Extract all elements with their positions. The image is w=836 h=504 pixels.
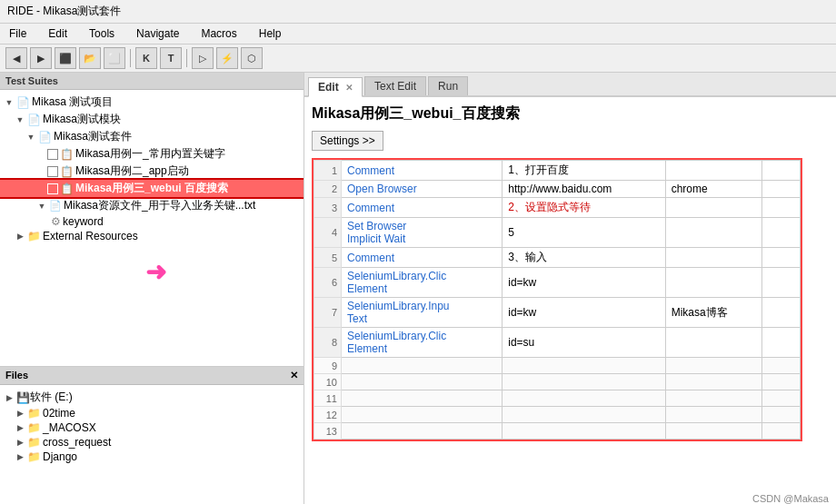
tab-run[interactable]: Run <box>428 76 468 95</box>
tree-item-module[interactable]: ▼ 📄 Mikasa测试模块 <box>0 111 304 128</box>
files-tree: ▶ 💾 软件 (E:) ▶ 📁 02time ▶ 📁 _MACOSX <box>0 385 304 504</box>
resource-icon: 📄 <box>49 200 62 212</box>
menu-bar: File Edit Tools Navigate Macros Help <box>0 24 836 44</box>
table-row: 10 <box>314 374 801 390</box>
expand-suite[interactable]: ▼ <box>25 132 36 143</box>
expand-resource[interactable]: ▼ <box>36 201 47 212</box>
expand-module[interactable]: ▼ <box>15 114 25 125</box>
toolbar-stop-btn[interactable]: ⬡ <box>241 47 263 69</box>
module-label: Mikasa测试模块 <box>43 112 121 127</box>
tab-edit[interactable]: Edit ✕ <box>308 77 363 97</box>
project-icon: 📄 <box>16 96 30 109</box>
menu-edit[interactable]: Edit <box>43 25 73 42</box>
toolbar-open-btn[interactable]: 📂 <box>79 47 101 69</box>
folder-02time: 📁 <box>27 407 41 420</box>
menu-tools[interactable]: Tools <box>84 25 120 42</box>
case1-label: Mikasa用例一_常用内置关键字 <box>75 146 225 162</box>
table-row: 13 <box>314 423 801 440</box>
left-panel: Test Suites ▼ 📄 Mikasa 测试项目 ▼ 📄 Mikasa测试… <box>0 73 304 504</box>
title-text: RIDE - Mikasa测试套件 <box>7 5 121 17</box>
toolbar-sep1 <box>130 49 131 67</box>
case2-checkbox[interactable] <box>47 166 58 177</box>
table-row: 2 Open Browser http://www.baidu.com chro… <box>314 181 801 198</box>
table-row: 12 <box>314 407 801 423</box>
expand-project[interactable]: ▼ <box>4 97 15 108</box>
toolbar-debug-btn[interactable]: ⚡ <box>216 47 238 69</box>
toolbar: ◀ ▶ ⬛ 📂 ⬜ K T ▷ ⚡ ⬡ <box>0 44 836 73</box>
files-cross-request[interactable]: ▶ 📁 cross_request <box>4 435 300 450</box>
tree-item-case2[interactable]: 📋 Mikasa用例二_app启动 <box>0 163 304 180</box>
settings-button[interactable]: Settings >> <box>312 131 383 151</box>
expand-external[interactable]: ▶ <box>15 231 25 242</box>
tab-edit-close[interactable]: ✕ <box>345 83 353 93</box>
case3-checkbox[interactable] <box>47 183 58 194</box>
external-icon: 📁 <box>27 230 41 242</box>
keyword-icon: ⚙ <box>51 215 61 228</box>
files-drive[interactable]: ▶ 💾 软件 (E:) <box>4 389 300 406</box>
menu-navigate[interactable]: Navigate <box>131 25 184 42</box>
menu-macros[interactable]: Macros <box>195 25 242 42</box>
case2-label: Mikasa用例二_app启动 <box>75 163 189 179</box>
folder-cross: 📁 <box>27 436 41 449</box>
toolbar-k-btn[interactable]: K <box>135 47 157 69</box>
table-row: 1 Comment 1、打开百度 <box>314 161 801 181</box>
table-row: 7 SeleniumLibrary.InpuText id=kw Mikasa博… <box>314 298 801 328</box>
case1-icon: 📋 <box>60 148 74 161</box>
test-suites-label: Test Suites <box>5 75 58 86</box>
test-suites-header: Test Suites <box>0 73 304 90</box>
test-table: 1 Comment 1、打开百度 2 Open Browser http://w… <box>314 160 801 440</box>
right-panel: Edit ✕ Text Edit Run Mikasa用例三_webui_百度搜… <box>304 73 836 504</box>
tab-bar: Edit ✕ Text Edit Run <box>304 73 836 97</box>
tree-item-resource[interactable]: ▼ 📄 Mikasa资源文件_用于导入业务关键...txt <box>0 197 304 214</box>
tree-area: ▼ 📄 Mikasa 测试项目 ▼ 📄 Mikasa测试模块 ▼ 📄 Mikas… <box>0 90 304 366</box>
test-table-wrapper: 1 Comment 1、打开百度 2 Open Browser http://w… <box>312 158 802 441</box>
project-label: Mikasa 测试项目 <box>32 94 113 110</box>
toolbar-forward-btn[interactable]: ▶ <box>30 47 52 69</box>
files-macosx[interactable]: ▶ 📁 _MACOSX <box>4 420 300 435</box>
case2-icon: 📋 <box>60 165 74 178</box>
module-icon: 📄 <box>27 114 41 126</box>
menu-help[interactable]: Help <box>254 25 287 42</box>
suite-icon: 📄 <box>38 131 52 143</box>
tree-item-keyword[interactable]: ⚙ keyword <box>0 214 304 229</box>
toolbar-sep2 <box>186 49 187 67</box>
tab-text-edit[interactable]: Text Edit <box>364 76 426 95</box>
files-header: Files ✕ <box>0 367 304 385</box>
files-label: Files <box>5 370 28 381</box>
table-row: 11 <box>314 390 801 407</box>
tree-item-case1[interactable]: 📋 Mikasa用例一_常用内置关键字 <box>0 145 304 163</box>
folder-macosx: 📁 <box>27 421 41 434</box>
files-close-btn[interactable]: ✕ <box>290 370 298 381</box>
title-bar: RIDE - Mikasa测试套件 <box>0 0 836 24</box>
table-row: 9 <box>314 358 801 374</box>
external-label: External Resources <box>43 230 138 242</box>
table-row: 6 SeleniumLibrary.ClicElement id=kw <box>314 268 801 298</box>
files-django[interactable]: ▶ 📁 Django <box>4 450 300 464</box>
drive-icon: 💾 <box>16 391 30 404</box>
toolbar-t-btn[interactable]: T <box>160 47 182 69</box>
watermark: CSDN @Makasa <box>752 493 829 504</box>
page-title: Mikasa用例三_webui_百度搜索 <box>312 104 829 124</box>
toolbar-new-btn[interactable]: ⬛ <box>55 47 76 69</box>
tree-item-suite[interactable]: ▼ 📄 Mikasa测试套件 <box>0 128 304 145</box>
menu-file[interactable]: File <box>4 25 32 42</box>
table-row: 5 Comment 3、输入 <box>314 248 801 268</box>
toolbar-save-btn[interactable]: ⬜ <box>104 47 125 69</box>
folder-django: 📁 <box>27 450 41 463</box>
case3-icon: 📋 <box>60 183 74 195</box>
tree-item-external[interactable]: ▶ 📁 External Resources <box>0 229 304 243</box>
toolbar-run-btn[interactable]: ▷ <box>192 47 214 69</box>
tree-item-project[interactable]: ▼ 📄 Mikasa 测试项目 <box>0 94 304 111</box>
right-panel-content: Mikasa用例三_webui_百度搜索 Settings >> 1 Comme… <box>304 97 836 504</box>
content-area: Mikasa用例三_webui_百度搜索 Settings >> 1 Comme… <box>304 97 836 451</box>
table-row: 8 SeleniumLibrary.ClicElement id=su <box>314 328 801 358</box>
keyword-label: keyword <box>63 215 104 228</box>
tree-item-case3[interactable]: 📋 Mikasa用例三_webui 百度搜索 <box>0 180 304 197</box>
case3-label: Mikasa用例三_webui 百度搜索 <box>75 181 228 196</box>
files-02time[interactable]: ▶ 📁 02time <box>4 406 300 420</box>
toolbar-back-btn[interactable]: ◀ <box>5 47 27 69</box>
case1-checkbox[interactable] <box>47 149 58 160</box>
main-layout: Test Suites ▼ 📄 Mikasa 测试项目 ▼ 📄 Mikasa测试… <box>0 73 836 504</box>
files-panel: Files ✕ ▶ 💾 软件 (E:) ▶ 📁 02time ▶ <box>0 366 304 504</box>
resource-label: Mikasa资源文件_用于导入业务关键...txt <box>64 198 255 213</box>
